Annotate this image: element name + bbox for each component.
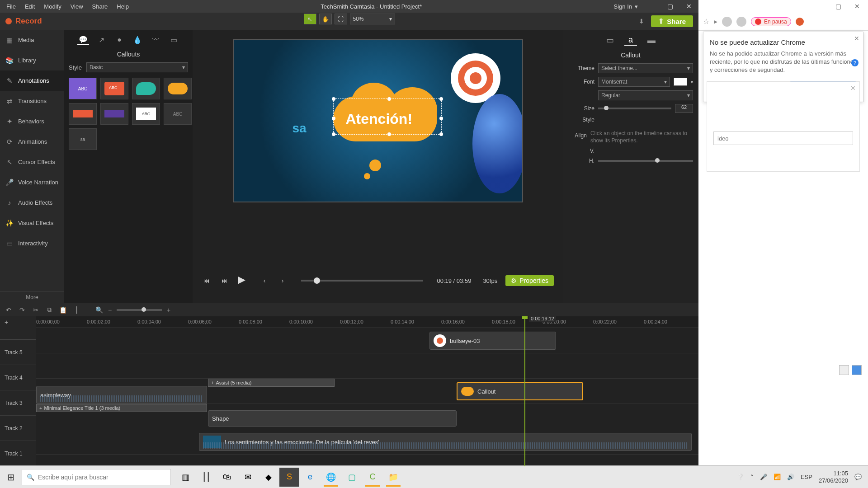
magnifier-icon[interactable]: 🔍 xyxy=(95,306,103,314)
chrome-menu-icon[interactable] xyxy=(796,18,804,26)
callout-thumb-2[interactable]: ABC xyxy=(100,78,128,99)
track-head-4[interactable]: Track 4 xyxy=(0,365,36,390)
copy-icon[interactable]: ⧉ xyxy=(45,306,53,314)
track-head-5[interactable]: Track 5 xyxy=(0,340,36,365)
close-button[interactable]: ✕ xyxy=(679,0,698,13)
menu-modify[interactable]: Modify xyxy=(44,3,61,10)
shelf-behaviors[interactable]: ✦Behaviors xyxy=(0,111,64,131)
maximize-button[interactable]: ▢ xyxy=(660,0,679,13)
callout-thumb-4[interactable] xyxy=(164,78,192,99)
callout-thumb-3[interactable] xyxy=(132,78,160,99)
shelf-audio-effects[interactable]: ♪Audio Effects xyxy=(0,192,64,213)
signin-link[interactable]: Sign In▾ xyxy=(614,3,638,10)
shelf-animations[interactable]: ⟳Animations xyxy=(0,131,64,152)
size-value[interactable]: 62 xyxy=(675,104,693,113)
tab-keystroke-icon[interactable]: ▭ xyxy=(168,35,179,45)
tray-chevron-icon[interactable]: ˄ xyxy=(750,474,754,480)
cut-icon[interactable]: ✂ xyxy=(32,306,40,314)
menu-help[interactable]: Help xyxy=(117,3,129,10)
task-view-icon[interactable]: ▥ xyxy=(175,468,195,487)
track-1[interactable]: Los sentimientos y las emociones. De la … xyxy=(36,429,698,455)
step-back-button[interactable]: ⏭ xyxy=(220,276,230,286)
theme-dropdown[interactable]: Select theme...▾ xyxy=(598,63,693,73)
download-icon[interactable]: ⬇ xyxy=(637,17,646,25)
task-chrome-icon[interactable]: 🌐 xyxy=(321,468,341,487)
tab-sketch-icon[interactable]: 〰 xyxy=(150,35,161,45)
shelf-visual-effects[interactable]: ✨Visual Effects xyxy=(0,213,64,233)
view-list-icon[interactable] xyxy=(839,365,849,375)
taskbar-search[interactable]: 🔍 Escribe aquí para buscar xyxy=(22,469,171,485)
task-store-icon[interactable]: 🛍 xyxy=(217,468,237,487)
chevron-down-icon[interactable]: ▾ xyxy=(691,80,693,84)
callout-thumb-1[interactable]: ABC xyxy=(69,78,97,99)
tray-language[interactable]: ESP xyxy=(801,474,812,480)
preview-canvas[interactable]: sa Atención! xyxy=(233,39,523,202)
undo-icon[interactable]: ↶ xyxy=(5,306,13,314)
task-app-icon[interactable]: ▢ xyxy=(342,468,362,487)
timeline-zoom-slider[interactable] xyxy=(117,309,162,311)
tab-arrows-icon[interactable]: ↗ xyxy=(95,35,107,45)
task-edge-icon[interactable]: e xyxy=(300,468,320,487)
tray-network-icon[interactable]: 📶 xyxy=(774,474,781,480)
alert-close-icon[interactable]: ✕ xyxy=(854,35,859,42)
timeline-tracks[interactable]: 0:00:19;12 0:00:00;00 0:00:02;00 0:00:04… xyxy=(36,316,698,466)
shelf-media[interactable]: ▦Media xyxy=(0,30,64,50)
start-button[interactable]: ⊞ xyxy=(0,466,22,488)
chrome-minimize[interactable]: — xyxy=(810,0,828,12)
paste-icon[interactable]: 📋 xyxy=(59,306,67,314)
track-head-3[interactable]: Track 3 xyxy=(0,390,36,416)
shelf-transitions[interactable]: ⇄Transitions xyxy=(0,91,64,111)
h-slider[interactable] xyxy=(598,160,693,162)
redo-icon[interactable]: ↷ xyxy=(18,306,26,314)
selection-box[interactable] xyxy=(333,99,442,135)
tab-shapes-icon[interactable]: ● xyxy=(113,35,125,45)
tab-visual-icon[interactable]: ▭ xyxy=(604,35,616,46)
playback-scrubber[interactable] xyxy=(301,280,423,282)
task-camtasia-icon[interactable]: C xyxy=(363,468,382,487)
task-sublime-icon[interactable]: S xyxy=(279,468,299,487)
share-button[interactable]: ⇧ Share xyxy=(651,15,693,27)
cursor-tool-icon[interactable]: ↖ xyxy=(304,14,316,24)
menu-file[interactable]: File xyxy=(6,3,16,10)
clip-bullseye[interactable]: bullseye-03 xyxy=(429,332,556,350)
extension-icon-2[interactable] xyxy=(722,17,732,27)
zoom-out-icon[interactable]: − xyxy=(106,306,114,314)
clip-asimpleway[interactable]: asimpleway xyxy=(36,386,207,404)
chrome-close[interactable]: ✕ xyxy=(848,0,866,12)
play-button[interactable]: ▶ xyxy=(238,274,251,287)
clip-callout[interactable]: Callout xyxy=(457,382,583,400)
menu-view[interactable]: View xyxy=(71,3,83,10)
style-dropdown[interactable]: Basic▾ xyxy=(86,62,188,72)
shelf-cursor-effects[interactable]: ↖Cursor Effects xyxy=(0,152,64,172)
font-color-swatch[interactable] xyxy=(674,78,687,86)
shelf-library[interactable]: 📚Library xyxy=(0,50,64,70)
help-icon[interactable]: ? xyxy=(851,59,859,66)
record-button[interactable]: Record xyxy=(5,17,42,26)
callout-thumb-6[interactable] xyxy=(100,103,128,125)
track-4[interactable] xyxy=(36,353,698,379)
tab-text-icon[interactable]: a xyxy=(624,35,637,46)
shelf-more[interactable]: More xyxy=(0,291,64,303)
tab-callouts-icon[interactable]: 💬 xyxy=(77,35,89,45)
callout-thumb-7[interactable]: ABC xyxy=(132,103,160,125)
task-cortana-icon[interactable]: ⎮⎮ xyxy=(196,468,216,487)
track-5[interactable]: bullseye-03 xyxy=(36,328,698,353)
tab-blur-icon[interactable]: 💧 xyxy=(132,35,143,45)
task-explorer-icon[interactable]: 📁 xyxy=(383,468,403,487)
tray-clock[interactable]: 11:05 27/06/2020 xyxy=(819,470,848,484)
callout-thumb-8[interactable]: ABC xyxy=(164,103,192,125)
track-2[interactable]: + Minimal Elegance Title 1 (3 media) Sha… xyxy=(36,404,698,429)
task-mail-icon[interactable]: ✉ xyxy=(238,468,258,487)
tab-callout-icon[interactable]: ▬ xyxy=(645,35,658,46)
chrome-maximize[interactable]: ▢ xyxy=(829,0,847,12)
add-track-button[interactable]: + xyxy=(0,316,36,328)
clip-assist-group[interactable]: + Assist (5 media) xyxy=(208,379,335,387)
dialog-input[interactable] xyxy=(713,131,853,145)
prev-frame-button[interactable]: ‹ xyxy=(259,276,269,286)
playhead[interactable] xyxy=(524,316,525,466)
zoom-in-icon[interactable]: + xyxy=(165,306,173,314)
pan-tool-icon[interactable]: ✋ xyxy=(319,14,332,24)
dialog-close-icon[interactable]: ✕ xyxy=(850,84,856,92)
view-grid-icon[interactable] xyxy=(852,365,862,375)
minimize-button[interactable]: — xyxy=(642,0,660,13)
